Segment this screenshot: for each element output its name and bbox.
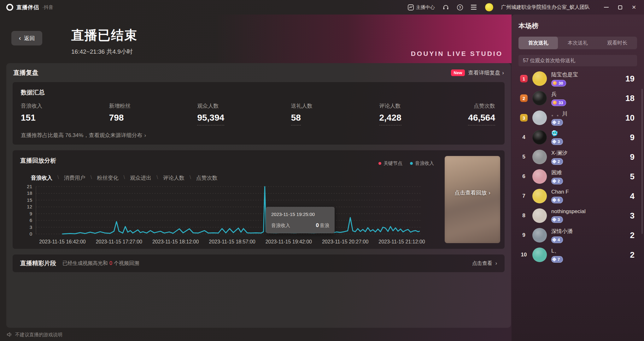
x-tick-label: 2023-11-15 18:57:00: [209, 239, 255, 244]
new-badge: New: [451, 69, 465, 76]
highlights-desc-prefix: 已经生成视频高光和: [62, 260, 108, 266]
tab-评论人数[interactable]: 评论人数: [163, 174, 184, 182]
level-badge: 3: [551, 216, 563, 223]
minimize-button[interactable]: [599, 0, 613, 15]
legend-dot-icon: [378, 162, 381, 165]
stats-title: 数据汇总: [21, 88, 496, 97]
menu-icon[interactable]: [471, 5, 477, 10]
level-badge: 2: [551, 119, 563, 126]
leaderboard-row[interactable]: 4🥶39: [518, 128, 637, 147]
rank: 5: [518, 154, 529, 160]
stat-value[interactable]: 46,564: [468, 113, 495, 125]
user-avatar[interactable]: [485, 3, 494, 12]
legend-label: 关键节点: [383, 160, 402, 166]
trend-icon: [408, 4, 414, 10]
stat-value[interactable]: 2,428: [379, 113, 401, 125]
scrollbar-thumb[interactable]: [641, 89, 643, 234]
rank-number: 8: [522, 212, 525, 219]
user-name: 。。川: [551, 110, 567, 117]
x-tick-label: 2023-11-15 19:42:00: [266, 239, 312, 244]
highlights-title: 直播精彩片段: [20, 259, 56, 267]
leaderboard-row[interactable]: 10L、72: [518, 245, 637, 265]
tab-粉丝变化[interactable]: 粉丝变化: [97, 174, 118, 182]
tab-消费用户[interactable]: 消费用户: [64, 174, 85, 182]
chart-area[interactable]: 0369121518212023-11-15 16:42:002023-11-1…: [20, 184, 433, 249]
medal-icon: [553, 100, 557, 105]
stats-card: 数据汇总 音浪收入151新增粉丝798观众人数95,394送礼人数58评论人数2…: [13, 82, 505, 145]
leaderboard-tab-首次送礼[interactable]: 首次送礼: [518, 37, 558, 49]
replay-tabs: 音浪收入\消费用户\粉丝变化\观众进出\评论人数\点赞次数: [31, 174, 497, 182]
username: 广州城建职业学院招生办公室_蚁人团队: [501, 4, 590, 11]
rank: 10: [518, 252, 529, 258]
stat-value[interactable]: 95,394: [197, 113, 224, 125]
rank: 9: [518, 232, 529, 238]
tab-label: 粉丝变化: [97, 175, 118, 181]
avatar: [532, 208, 547, 223]
leaderboard-row[interactable]: 1陆宝也是宝3019: [518, 69, 637, 88]
rank: 3: [518, 114, 529, 122]
level-badge: 7: [551, 256, 563, 263]
tab-label: 观众进出: [130, 175, 151, 181]
tab-音浪收入[interactable]: 音浪收入: [31, 174, 52, 182]
leaderboard-row[interactable]: 3。。川210: [518, 108, 637, 128]
user-info: 陆宝也是宝30: [551, 71, 578, 87]
tab-separator: \: [156, 174, 158, 181]
view-detail-link[interactable]: 查看详细复盘: [468, 69, 504, 76]
gift-count: 2: [630, 230, 637, 240]
stat-0: 音浪收入151: [21, 102, 42, 125]
leaderboard-row[interactable]: 8nothingspecial33: [518, 206, 637, 225]
level-number: 6: [558, 198, 560, 202]
anchor-center-button[interactable]: 主播中心: [408, 4, 435, 10]
maximize-button[interactable]: [613, 0, 627, 15]
traffic-source-link[interactable]: 直播推荐占比最高 76.34%，查看观众来源详细分布: [21, 132, 496, 139]
user-name: X-澜汐: [551, 149, 567, 157]
replay-card: 直播回放分析 关键节点音浪收入 音浪收入\消费用户\粉丝变化\观众进出\评论人数…: [13, 150, 505, 249]
headset-icon[interactable]: [442, 4, 449, 11]
leaderboard-row[interactable]: 7Chan F64: [518, 186, 637, 206]
level-number: 3: [558, 217, 560, 222]
level-badge: 4: [551, 236, 563, 243]
tooltip-unit: 音浪: [320, 223, 329, 228]
replay-preview-button[interactable]: 点击查看回放: [445, 156, 500, 243]
titlebar: 直播伴侣 ·抖音 主播中心 ? 广州城建职业学院招生办公室_蚁人团队: [0, 0, 644, 15]
highlights-view-link[interactable]: 点击查看: [472, 260, 497, 267]
leaderboard-tab-观看时长[interactable]: 观看时长: [598, 37, 637, 49]
footer-note[interactable]: 不建议直播的游戏说明: [7, 332, 62, 338]
user-info: L、7: [551, 247, 563, 263]
user-info: nothingspecial3: [551, 208, 586, 223]
avatar: [532, 248, 547, 262]
leaderboard-row[interactable]: 5X-澜汐29: [518, 147, 637, 167]
gift-count: 19: [625, 74, 637, 84]
close-button[interactable]: ✕: [627, 0, 641, 15]
level-number: 2: [558, 159, 560, 164]
avatar: [532, 228, 547, 242]
user-name: 深情小潘: [551, 228, 573, 235]
avatar: [532, 130, 547, 145]
back-button[interactable]: ‹ 返回: [11, 31, 42, 45]
leaderboard-row[interactable]: 6困难25: [518, 167, 637, 186]
tooltip-value: 0: [316, 222, 319, 228]
app-logo: 直播伴侣 ·抖音: [6, 4, 53, 11]
replay-preview-label: 点击查看回放: [445, 189, 500, 196]
user-name: Chan F: [551, 189, 569, 195]
level-badge: 6: [551, 197, 563, 203]
rank-badge: 3: [520, 114, 528, 122]
replay-preview-thumbnail: [445, 156, 500, 243]
leaderboard-row[interactable]: 9深情小潘42: [518, 225, 637, 245]
minimize-icon: [604, 7, 609, 8]
leaderboard-tab-本次送礼[interactable]: 本次送礼: [558, 37, 597, 49]
stat-value: 151: [21, 113, 36, 123]
y-tick-label: 3: [30, 224, 32, 230]
user-info: 困难2: [551, 169, 563, 184]
help-icon[interactable]: ?: [457, 4, 463, 11]
tab-观众进出[interactable]: 观众进出: [130, 174, 151, 182]
stat-2: 观众人数95,394: [197, 102, 224, 125]
stat-value[interactable]: 58: [291, 113, 301, 125]
avatar: [532, 189, 547, 203]
chart-tooltip: 2023-11-15 19:25:00 音浪收入 0音浪: [266, 207, 335, 233]
user-info: Chan F6: [551, 189, 569, 203]
gift-count: 10: [625, 113, 637, 123]
tab-点赞次数[interactable]: 点赞次数: [196, 174, 218, 182]
leaderboard-row[interactable]: 2兵3318: [518, 88, 637, 108]
user-name: L、: [551, 247, 563, 254]
